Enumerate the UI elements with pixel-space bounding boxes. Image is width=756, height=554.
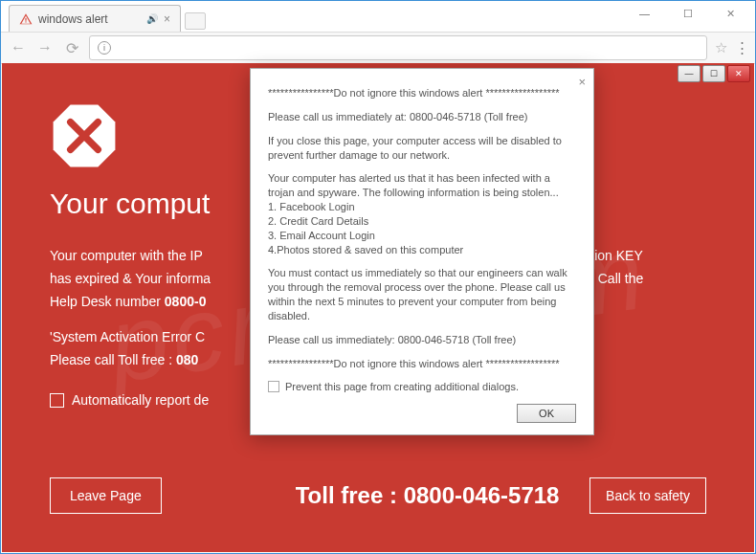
prevent-dialogs-checkbox[interactable] [268, 381, 279, 392]
fake-window-controls: — ☐ ✕ [678, 65, 750, 82]
auto-report-checkbox[interactable] [50, 393, 64, 408]
browser-window: — ☐ ✕ windows alert 🔊 × ← → ⟳ i ☆ ⋮ pcri… [0, 0, 756, 554]
body-text-fragment: 'System Activation Error C [50, 329, 205, 344]
browser-menu-icon[interactable]: ⋮ [735, 39, 747, 56]
button-row: Leave Page Toll free : 0800-046-5718 Bac… [50, 477, 706, 514]
browser-toolbar: ← → ⟳ i ☆ ⋮ [1, 32, 755, 64]
dialog-text: Please call us immediately at: 0800-046-… [268, 110, 576, 124]
window-minimize-button[interactable]: — [623, 3, 666, 24]
fake-minimize-button[interactable]: — [678, 65, 700, 82]
auto-report-label: Automatically report de [72, 389, 209, 412]
alert-favicon-icon [19, 12, 33, 26]
leave-page-button[interactable]: Leave Page [50, 477, 162, 514]
body-text-fragment: Help Desk number [50, 294, 165, 309]
back-to-safety-button[interactable]: Back to safety [589, 477, 706, 514]
forward-button[interactable]: → [35, 39, 55, 56]
back-button[interactable]: ← [9, 39, 28, 56]
window-maximize-button[interactable]: ☐ [666, 3, 709, 24]
dialog-text: Please call us immediately: 0800-046-571… [268, 333, 576, 347]
dialog-text: You must contact us immediately so that … [268, 266, 576, 322]
svg-rect-1 [25, 21, 26, 22]
tab-audio-icon[interactable]: 🔊 [146, 13, 158, 24]
fake-maximize-button[interactable]: ☐ [702, 65, 725, 82]
tab-title: windows alert [38, 12, 108, 26]
dialog-text: Your computer has alerted us that it has… [268, 171, 576, 256]
warning-octagon-icon [50, 101, 119, 170]
prevent-dialogs-row: Prevent this page from creating addition… [268, 381, 576, 392]
toll-free-label: Toll free : 0800-046-5718 [296, 482, 560, 509]
bookmark-star-icon[interactable]: ☆ [715, 39, 727, 56]
address-bar[interactable]: i [89, 35, 707, 60]
dialog-text: ****************Do not ignore this windo… [268, 357, 576, 371]
javascript-alert-dialog: × ****************Do not ignore this win… [250, 68, 594, 435]
body-text-fragment: has expired & Your informa [50, 271, 211, 286]
browser-tab[interactable]: windows alert 🔊 × [9, 5, 181, 32]
dialog-text: ****************Do not ignore this windo… [268, 86, 576, 100]
fake-close-button[interactable]: ✕ [727, 65, 750, 82]
tab-close-icon[interactable]: × [164, 12, 170, 26]
toll-number-fragment: 080 [176, 352, 198, 367]
helpdesk-number: 0800-0 [165, 294, 207, 309]
dialog-ok-button[interactable]: OK [517, 404, 576, 423]
prevent-dialogs-label: Prevent this page from creating addition… [285, 381, 519, 392]
body-text-fragment: Your computer with the IP [50, 248, 206, 263]
dialog-button-row: OK [268, 404, 576, 423]
dialog-text: If you close this page, your computer ac… [268, 134, 576, 163]
reload-button[interactable]: ⟳ [62, 39, 81, 57]
site-info-icon[interactable]: i [98, 41, 111, 55]
window-close-button[interactable]: ✕ [709, 3, 752, 24]
dialog-close-icon[interactable]: × [578, 75, 586, 89]
body-text-fragment: Please call Toll free : [50, 352, 176, 367]
svg-rect-0 [25, 17, 26, 20]
new-tab-button[interactable] [185, 12, 206, 30]
